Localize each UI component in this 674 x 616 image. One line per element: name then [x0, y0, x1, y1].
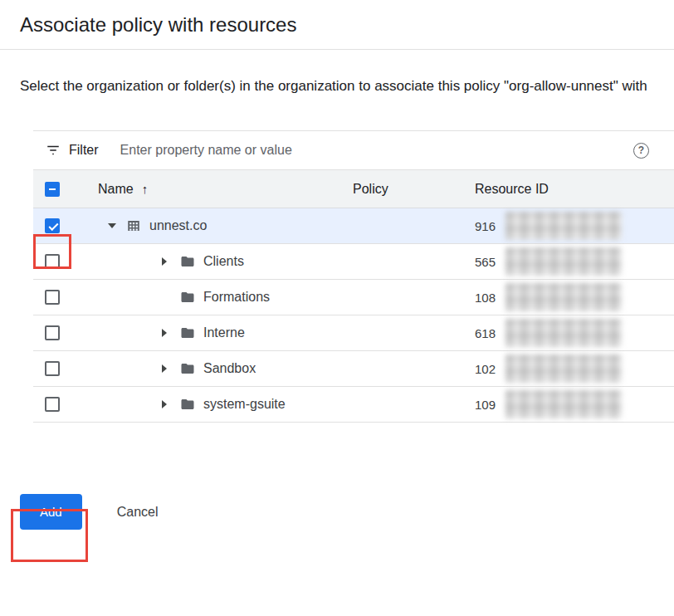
filter-icon[interactable]: [46, 143, 61, 158]
row-name-cell: unnest.co: [98, 218, 353, 233]
resource-id-prefix: 916: [475, 219, 496, 233]
row-name-cell: Interne: [98, 325, 353, 340]
expand-arrow[interactable]: [162, 257, 180, 266]
row-checkbox[interactable]: [45, 254, 60, 269]
resource-id-prefix: 618: [475, 326, 496, 340]
table-row[interactable]: Interne 618: [33, 315, 674, 351]
redacted-resource-id: [506, 354, 622, 383]
row-name-inner: Sandbox: [98, 361, 256, 376]
row-name-inner: system-gsuite: [98, 397, 286, 412]
indent-spacer: [108, 333, 162, 334]
dialog-header: Associate policy with resources: [0, 0, 674, 50]
table-row[interactable]: Sandbox 102: [33, 351, 674, 387]
indent-spacer: [108, 404, 162, 405]
row-checkbox[interactable]: [45, 325, 60, 340]
dialog-description: Select the organization or folder(s) in …: [20, 75, 654, 97]
column-header-resource-id: Resource ID: [475, 182, 674, 197]
indent-spacer: [108, 369, 162, 369]
folder-icon: [180, 397, 195, 412]
resource-id-prefix: 109: [475, 398, 496, 412]
row-check-cell: [33, 361, 98, 376]
header-check-cell: [33, 182, 98, 197]
expand-arrow[interactable]: [162, 364, 180, 373]
row-check-cell: [33, 325, 98, 340]
sort-ascending-icon: ↑: [142, 182, 149, 196]
redacted-resource-id: [506, 212, 622, 240]
row-name-cell: system-gsuite: [98, 397, 353, 412]
indent-spacer: [108, 297, 162, 298]
resource-id-cell: 618: [475, 319, 674, 347]
row-name-inner: Interne: [98, 325, 245, 340]
table-header-row: Name ↑ Policy Resource ID: [33, 170, 674, 208]
resource-name: Formations: [203, 290, 270, 305]
filter-label: Filter: [69, 143, 99, 158]
resource-name: Clients: [203, 254, 244, 269]
row-check-cell: [33, 254, 98, 269]
name-header-label: Name: [98, 182, 134, 197]
column-header-policy: Policy: [353, 182, 475, 197]
row-name-cell: Sandbox: [98, 361, 353, 376]
expand-arrow[interactable]: [108, 223, 126, 228]
resource-id-cell: 109: [475, 390, 674, 418]
resource-id-prefix: 565: [475, 255, 496, 269]
filter-bar: Filter ?: [33, 130, 674, 170]
row-name-cell: Clients: [98, 254, 353, 269]
row-name-inner: Formations: [98, 290, 270, 305]
dialog-actions: Add Cancel: [20, 494, 674, 530]
row-check-cell: [33, 290, 98, 305]
row-name-cell: Formations: [98, 290, 353, 305]
row-check-cell: [33, 218, 98, 233]
redacted-resource-id: [506, 390, 622, 418]
resource-id-cell: 916: [475, 212, 674, 240]
indent-spacer: [108, 262, 162, 262]
resource-table: Filter ? Name ↑ Policy Resource ID u: [33, 130, 674, 423]
page-title: Associate policy with resources: [20, 11, 654, 39]
resource-name: unnest.co: [149, 218, 207, 233]
resource-id-prefix: 108: [475, 291, 496, 305]
resource-name: system-gsuite: [203, 397, 286, 412]
row-checkbox[interactable]: [45, 361, 60, 376]
resource-name: Interne: [203, 325, 245, 340]
add-button[interactable]: Add: [20, 494, 82, 530]
resource-id-cell: 108: [475, 283, 674, 311]
redacted-resource-id: [506, 247, 622, 276]
table-body: unnest.co 916 Clients 565: [33, 208, 674, 423]
row-checkbox[interactable]: [45, 290, 60, 305]
redacted-resource-id: [506, 319, 622, 347]
row-checkbox[interactable]: [45, 218, 60, 233]
folder-icon: [180, 325, 195, 340]
row-check-cell: [33, 397, 98, 412]
resource-id-cell: 565: [475, 247, 674, 276]
expand-arrow[interactable]: [162, 329, 180, 337]
table-row[interactable]: unnest.co 916: [33, 208, 674, 244]
table-row[interactable]: system-gsuite 109: [33, 387, 674, 423]
folder-icon: [180, 290, 195, 305]
resource-id-cell: 102: [475, 354, 674, 383]
table-row[interactable]: Formations 108: [33, 280, 674, 315]
folder-icon: [180, 361, 195, 376]
row-name-inner: unnest.co: [98, 218, 207, 233]
resource-id-prefix: 102: [475, 362, 496, 376]
associate-policy-dialog: Associate policy with resources Select t…: [0, 0, 674, 616]
folder-icon: [180, 254, 195, 269]
row-name-inner: Clients: [98, 254, 244, 269]
expand-arrow[interactable]: [162, 400, 180, 408]
help-icon[interactable]: ?: [633, 143, 649, 159]
resource-name: Sandbox: [203, 361, 256, 376]
filter-input[interactable]: [119, 142, 633, 159]
table-row[interactable]: Clients 565: [33, 244, 674, 280]
cancel-button[interactable]: Cancel: [112, 504, 164, 521]
column-header-name[interactable]: Name ↑: [98, 182, 353, 197]
select-all-checkbox[interactable]: [45, 182, 60, 197]
row-checkbox[interactable]: [45, 397, 60, 412]
redacted-resource-id: [506, 283, 622, 311]
organization-icon: [126, 218, 141, 233]
